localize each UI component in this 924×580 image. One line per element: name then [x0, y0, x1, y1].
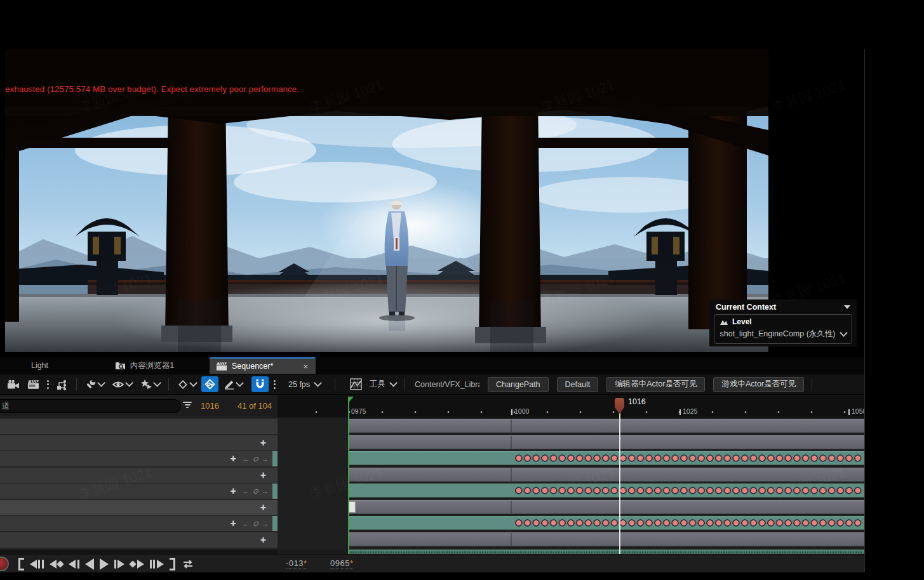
prev-key-icon[interactable]: ←	[243, 455, 250, 463]
current-frame-field[interactable]: 1016	[201, 401, 219, 411]
track-row[interactable]: +	[0, 468, 278, 483]
next-key-icon[interactable]: →	[262, 487, 269, 496]
chevron-down-icon	[97, 379, 105, 387]
sequence-button[interactable]	[25, 378, 42, 392]
level-selector[interactable]: shot_light_EngineComp (永久性)	[720, 329, 847, 339]
ruler-tick: 1025	[680, 409, 681, 415]
keyframe-track[interactable]	[348, 516, 864, 530]
snap-options-menu-button[interactable]	[271, 380, 278, 389]
add-key-button[interactable]: +	[230, 486, 236, 496]
play-button[interactable]	[97, 557, 111, 571]
add-key-button[interactable]: +	[230, 454, 236, 464]
keyframe-dots[interactable]	[514, 485, 862, 496]
record-button[interactable]	[0, 557, 9, 571]
tab-content-browser[interactable]: 内容浏览器1	[79, 357, 210, 374]
keyframe-dots[interactable]	[514, 452, 862, 464]
snap-toggle[interactable]	[251, 376, 269, 392]
add-section-button[interactable]: +	[260, 438, 266, 448]
step-forward-button[interactable]	[111, 557, 128, 571]
current-context-header[interactable]: Current Context	[709, 300, 857, 313]
sequence-options-menu-button[interactable]	[44, 380, 51, 389]
default-button[interactable]: Default	[557, 377, 599, 392]
search-text: 道	[2, 401, 10, 412]
key-navigation: ←⊙→	[243, 487, 269, 496]
playhead-line[interactable]	[619, 405, 620, 554]
toolbar-separator	[76, 378, 77, 391]
fps-selector[interactable]: 25 fps	[286, 378, 323, 391]
keyframe-track[interactable]	[348, 451, 864, 465]
render-movie-button[interactable]	[4, 378, 22, 392]
search-tracks-input[interactable]: 道	[0, 399, 181, 413]
tab-close-button[interactable]: ×	[303, 362, 308, 371]
current-context-title: Current Context	[716, 303, 776, 312]
add-key-icon[interactable]: ⊙	[253, 455, 258, 463]
tab-bar: Light 内容浏览器1 Sequencer* ×	[0, 357, 864, 374]
section-piece[interactable]	[349, 501, 356, 513]
tab-sequencer[interactable]: Sequencer* ×	[210, 357, 316, 374]
change-path-button[interactable]: ChangePath	[488, 377, 549, 392]
magnet-icon	[254, 378, 266, 390]
add-section-button[interactable]: +	[260, 535, 266, 545]
play-reverse-button[interactable]	[82, 557, 97, 571]
add-key-button[interactable]: +	[230, 518, 236, 529]
timeline-ruler[interactable]: 0975 1000 1025 1050 1016	[278, 395, 864, 418]
add-key-icon[interactable]: ⊙	[253, 520, 258, 528]
track-outliner: + + ←⊙→ + + ←⊙→ + + ←⊙→	[0, 418, 278, 550]
playback-options-button[interactable]	[137, 377, 163, 392]
track-row[interactable]	[0, 419, 278, 434]
watermark-text: 李新园 1021	[769, 76, 848, 117]
panel-divider[interactable]	[864, 49, 865, 572]
edit-options-button[interactable]	[221, 377, 245, 392]
section-bar[interactable]	[348, 419, 864, 433]
bindings-hierarchy-button[interactable]	[54, 377, 70, 392]
jump-back-button[interactable]	[27, 557, 46, 571]
tools-menu-button[interactable]: 工具	[367, 377, 399, 392]
track-lanes	[278, 418, 864, 550]
track-row-selected[interactable]: +	[0, 500, 278, 515]
playback-range-start-field[interactable]: -013*	[286, 558, 307, 569]
editor-actor-visibility-button[interactable]: 编辑器中Actor是否可见	[606, 377, 705, 392]
track-filter-count: 41 of 104	[238, 401, 272, 411]
chevron-down-icon	[189, 379, 198, 387]
keyframe-track[interactable]	[348, 484, 864, 498]
prev-key-icon[interactable]: ←	[243, 520, 250, 528]
curve-editor-button[interactable]	[347, 376, 365, 392]
playback-range-end-field[interactable]: 0965*	[330, 558, 353, 569]
section-bar[interactable]	[348, 468, 864, 482]
tab-content-browser-label: 内容浏览器1	[130, 360, 174, 371]
step-back-button[interactable]	[66, 557, 83, 571]
playback-range-start-marker[interactable]	[348, 397, 349, 554]
next-key-button[interactable]	[128, 557, 147, 571]
prev-key-icon[interactable]: ←	[243, 487, 250, 496]
section-bar[interactable]	[348, 500, 864, 514]
previous-key-button[interactable]	[46, 557, 66, 571]
add-key-icon[interactable]: ⊙	[253, 487, 258, 496]
add-section-button[interactable]: +	[260, 503, 266, 513]
game-actor-visibility-button[interactable]: 游戏中Actor是否可见	[713, 377, 804, 392]
view-options-button[interactable]	[109, 378, 135, 392]
loop-button[interactable]	[178, 557, 198, 571]
next-key-icon[interactable]: →	[262, 520, 269, 528]
go-to-end-button[interactable]	[166, 557, 178, 571]
auto-key-toggle[interactable]	[201, 376, 218, 392]
tab-light[interactable]: Light	[0, 357, 79, 374]
viewport-3d-scene[interactable]: exhausted (12575.574 MB over budget). Ex…	[5, 49, 768, 352]
add-section-button[interactable]: +	[260, 470, 266, 480]
track-row[interactable]: +	[0, 435, 278, 451]
keyframe-dots[interactable]	[514, 517, 862, 529]
track-row[interactable]: +	[0, 532, 278, 548]
track-row[interactable]: + ←⊙→	[0, 516, 278, 531]
go-to-front-button[interactable]	[15, 557, 27, 571]
next-key-icon[interactable]: →	[262, 455, 269, 463]
sequencer-toolbar: 25 fps 工具 Content/VFX_Libra ChangePath D…	[0, 374, 864, 395]
section-bar[interactable]	[348, 435, 864, 449]
settings-button[interactable]	[83, 377, 107, 392]
track-color-strip	[272, 516, 278, 531]
keyframe-options-button[interactable]	[175, 377, 199, 392]
track-row[interactable]: + ←⊙→	[0, 451, 278, 466]
timeline-scrollbar[interactable]	[348, 550, 864, 554]
filter-icon[interactable]	[183, 402, 192, 408]
track-row[interactable]: + ←⊙→	[0, 484, 278, 499]
section-bar[interactable]	[348, 532, 864, 546]
jump-forward-button[interactable]	[147, 557, 166, 571]
